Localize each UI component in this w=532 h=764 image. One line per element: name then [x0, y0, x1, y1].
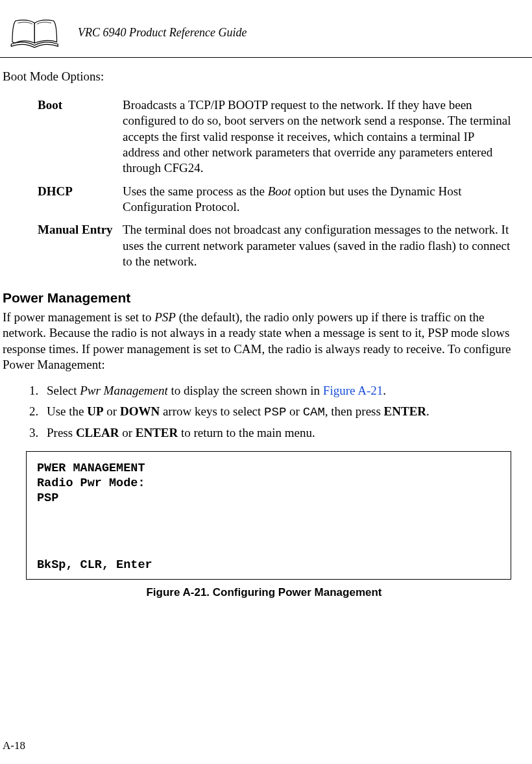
text-span-bold: ENTER	[384, 404, 426, 418]
terminal-screen: PWER MANAGEMENT Radio Pwr Mode: PSP BkSp…	[26, 451, 511, 580]
text-span: If power management is set to	[3, 310, 154, 324]
boot-option-desc-dhcp: Uses the same process as the Boot option…	[122, 183, 526, 222]
power-management-paragraph: If power management is set to PSP (the d…	[3, 310, 526, 373]
text-span: , then press	[325, 404, 384, 418]
text-span: Press	[47, 426, 76, 439]
text-span: or	[104, 404, 120, 418]
list-item: Select Pwr Management to display the scr…	[42, 382, 526, 400]
boot-options-table: Boot Broadcasts a TCP/IP BOOTP request t…	[3, 97, 526, 276]
text-span: Use the	[47, 404, 87, 418]
text-span-bold: ENTER	[136, 426, 178, 439]
text-span: arrow keys to select	[160, 404, 264, 418]
boot-option-desc-boot: Broadcasts a TCP/IP BOOTP request to the…	[122, 97, 526, 183]
list-item: Use the UP or DOWN arrow keys to select …	[42, 402, 526, 422]
boot-mode-options-title: Boot Mode Options:	[3, 69, 526, 84]
text-span: Uses the same process as the	[123, 184, 268, 198]
text-span: or	[119, 426, 135, 439]
page-number: A-18	[3, 739, 25, 752]
text-span-bold: DOWN	[120, 404, 160, 418]
text-span: or	[286, 404, 302, 418]
book-icon	[6, 13, 65, 52]
text-span-mono: CAM	[303, 405, 325, 419]
screen-line: Radio Pwr Mode:	[37, 476, 500, 491]
boot-option-term-dhcp: DHCP	[3, 183, 122, 222]
text-span-italic: Pwr Management	[80, 384, 168, 397]
table-row: DHCP Uses the same process as the Boot o…	[3, 183, 526, 222]
screen-line: PWER MANAGEMENT	[37, 461, 500, 476]
table-row: Boot Broadcasts a TCP/IP BOOTP request t…	[3, 97, 526, 183]
screen-footer-line: BkSp, CLR, Enter	[37, 558, 152, 573]
header-rule	[0, 57, 532, 58]
text-span: .	[383, 384, 386, 397]
header-title: VRC 6940 Product Reference Guide	[78, 26, 247, 40]
boot-option-term-boot: Boot	[3, 97, 122, 183]
text-span-mono: PSP	[264, 405, 286, 419]
text-span-bold: UP	[87, 404, 103, 418]
figure-caption: Figure A-21. Configuring Power Managemen…	[3, 586, 526, 599]
text-span-italic: PSP	[154, 310, 176, 324]
power-management-heading: Power Management	[3, 290, 526, 306]
page-header: VRC 6940 Product Reference Guide	[0, 13, 532, 57]
screen-line: PSP	[37, 491, 500, 506]
list-item: Press CLEAR or ENTER to return to the ma…	[42, 424, 526, 442]
text-span: to return to the main menu.	[178, 426, 315, 439]
text-span: Select	[47, 384, 80, 397]
table-row: Manual Entry The terminal does not broad…	[3, 221, 526, 276]
boot-option-desc-manual: The terminal does not broadcast any conf…	[122, 221, 526, 276]
text-span-italic: Boot	[268, 184, 291, 198]
text-span: to display the screen shown in	[168, 384, 323, 397]
text-span-bold: CLEAR	[76, 426, 119, 439]
boot-option-term-manual: Manual Entry	[3, 221, 122, 276]
text-span: .	[426, 404, 429, 418]
steps-list: Select Pwr Management to display the scr…	[3, 382, 526, 442]
figure-link[interactable]: Figure A-21	[323, 384, 383, 397]
